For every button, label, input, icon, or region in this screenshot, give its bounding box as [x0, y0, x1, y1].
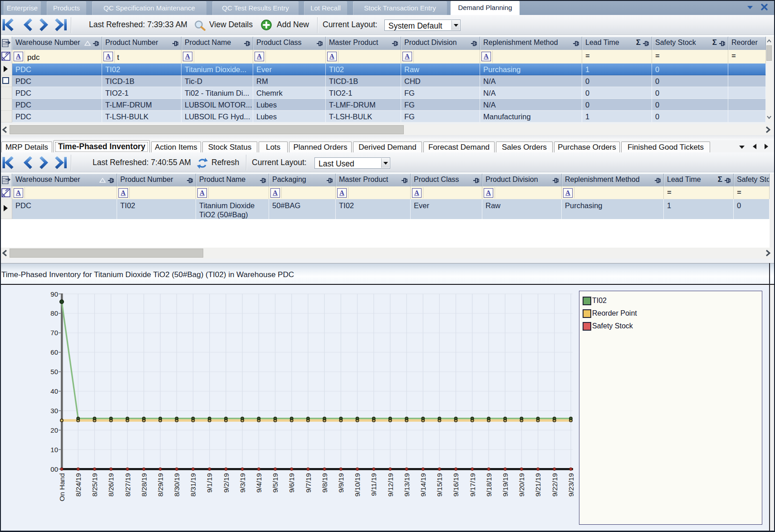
svg-text:9/16/19: 9/16/19 — [452, 473, 460, 497]
svg-text:8/24/19: 8/24/19 — [74, 473, 82, 497]
svg-text:00: 00 — [50, 465, 58, 473]
svg-text:9/7/19: 9/7/19 — [304, 473, 312, 493]
svg-text:9/6/19: 9/6/19 — [288, 473, 296, 493]
svg-text:10: 10 — [50, 446, 58, 454]
svg-text:70: 70 — [50, 329, 58, 337]
svg-text:9/13/19: 9/13/19 — [403, 473, 411, 497]
svg-text:9/9/19: 9/9/19 — [337, 473, 345, 493]
svg-text:9/5/19: 9/5/19 — [271, 473, 279, 493]
svg-text:50: 50 — [50, 368, 58, 376]
svg-text:8/29/19: 8/29/19 — [157, 473, 164, 497]
svg-text:9/10/19: 9/10/19 — [353, 473, 361, 497]
svg-text:9/14/19: 9/14/19 — [419, 473, 427, 497]
svg-text:8/30/19: 8/30/19 — [173, 473, 181, 497]
svg-text:9/15/19: 9/15/19 — [436, 473, 443, 497]
svg-text:9/23/19: 9/23/19 — [567, 473, 575, 497]
svg-text:9/11/19: 9/11/19 — [370, 473, 378, 496]
svg-text:9/19/19: 9/19/19 — [501, 473, 509, 497]
svg-text:9/1/19: 9/1/19 — [206, 473, 214, 493]
svg-text:9/18/19: 9/18/19 — [485, 473, 493, 497]
svg-text:60: 60 — [50, 348, 58, 356]
svg-text:90: 90 — [50, 290, 58, 298]
svg-text:9/2/19: 9/2/19 — [222, 473, 230, 493]
svg-text:8/27/19: 8/27/19 — [124, 473, 132, 497]
svg-text:9/4/19: 9/4/19 — [255, 473, 263, 493]
svg-text:8/31/19: 8/31/19 — [189, 473, 197, 497]
svg-text:80: 80 — [50, 309, 58, 317]
svg-text:8/26/19: 8/26/19 — [107, 473, 115, 497]
svg-text:9/20/19: 9/20/19 — [518, 473, 525, 497]
svg-text:9/21/19: 9/21/19 — [534, 473, 542, 497]
svg-text:8/25/19: 8/25/19 — [91, 473, 98, 497]
svg-text:On Hand: On Hand — [58, 473, 66, 501]
svg-text:20: 20 — [50, 426, 58, 434]
svg-text:8/28/19: 8/28/19 — [140, 473, 148, 497]
svg-text:9/3/19: 9/3/19 — [239, 473, 246, 493]
svg-text:30: 30 — [50, 407, 58, 415]
svg-text:40: 40 — [50, 387, 58, 395]
svg-text:9/12/19: 9/12/19 — [387, 473, 394, 497]
svg-text:9/22/19: 9/22/19 — [551, 473, 559, 497]
svg-text:9/8/19: 9/8/19 — [321, 473, 329, 493]
svg-text:9/17/19: 9/17/19 — [469, 473, 476, 497]
